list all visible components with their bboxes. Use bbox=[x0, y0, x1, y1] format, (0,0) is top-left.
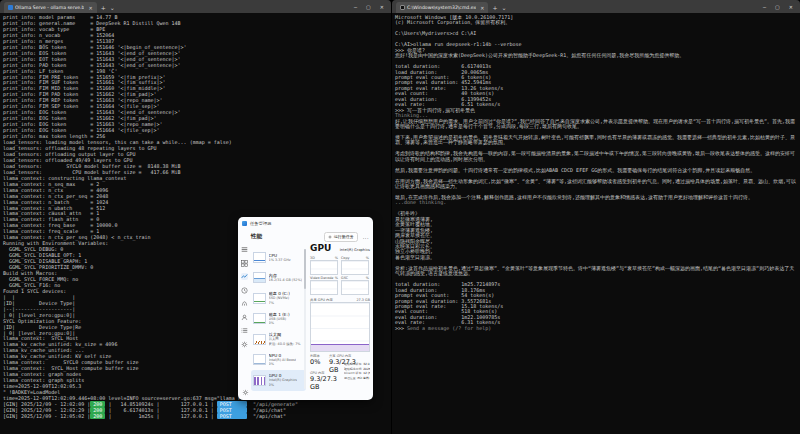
right-terminal-output: Microsoft Windows [版本 10.0.26100.7171](c… bbox=[392, 13, 800, 434]
tab-title: Ollama Serve - ollama serve.b bbox=[15, 5, 84, 10]
terminal-line: 考虑到诗歌的结构和韵律,我会先构思每一联的内容,第一段可能描绘清晨的景象,第二段… bbox=[395, 151, 798, 162]
page-title: 性能 bbox=[251, 233, 262, 241]
sidebar-item-sub: 0% bbox=[269, 362, 297, 366]
sidebar-item-sub: 0% bbox=[269, 383, 298, 387]
sparkline-chart bbox=[253, 375, 266, 386]
sidebar-item-sub: 7% bbox=[269, 301, 290, 305]
sidebar-item-磁盘-0-(c:)[interactable]: 磁盘 0 (C:)SSD (NVMe)7% bbox=[251, 288, 306, 309]
app-history-icon[interactable] bbox=[241, 287, 248, 294]
tab-dropdown-icon[interactable]: ⌄ bbox=[110, 2, 115, 13]
sidebar-scrollbar[interactable] bbox=[304, 249, 306, 389]
task-manager-app-icon bbox=[242, 221, 247, 226]
minimize-icon[interactable]: ─ bbox=[354, 4, 357, 10]
close-icon[interactable]: ✕ bbox=[789, 4, 793, 10]
sidebar-item-gpu-0[interactable]: GPU 0Intel(R) Graphics0% bbox=[251, 370, 306, 391]
terminal-line: 赏析:这首作品描绘初冬景色,通过“晨起微寒”、“金黄落叶”等意象展现季节特色。诗… bbox=[395, 266, 798, 277]
services-icon[interactable] bbox=[241, 341, 248, 348]
hamburger-menu-icon[interactable] bbox=[241, 246, 248, 253]
run-new-task-button[interactable]: 运行新任务 bbox=[324, 232, 358, 242]
sidebar-item-sub: 16.2/31.4 GB (52%) bbox=[269, 278, 303, 282]
startup-apps-icon[interactable] bbox=[241, 300, 248, 307]
tab-title: C:\Windows\system32\cmd.ex bbox=[407, 5, 476, 10]
engine-chart-gsc: GSC% bbox=[341, 275, 369, 295]
more-options-button[interactable]: ... bbox=[363, 234, 369, 240]
terminal-line: 在用词方面,我会选择一些生动形象的词汇,比如“微寒”、“金黄”、“薄雾”等,这些… bbox=[395, 179, 798, 190]
sparkline-chart bbox=[253, 272, 266, 283]
close-tab-icon[interactable]: ✕ bbox=[480, 5, 484, 11]
new-tab-button[interactable]: + bbox=[492, 2, 497, 13]
shared-memory-chart-max: 27.3 GB bbox=[356, 298, 370, 302]
details-icon[interactable] bbox=[241, 327, 248, 334]
gpu-detail-pane: GPU Intel(R) Graphics 3D%Copy%Video Deco… bbox=[310, 243, 370, 400]
task-manager-titlebar: 任务管理器 bbox=[238, 217, 373, 229]
sidebar-item-sub: 0% bbox=[269, 321, 290, 325]
cmd-tab-icon bbox=[400, 5, 405, 10]
gpu-memory-value: 9.3/27.3 GB bbox=[310, 375, 344, 391]
minimize-icon[interactable]: ─ bbox=[763, 4, 766, 10]
terminal-line: 然后,我需要注意押韵的问题。十四行诗通常有一定的韵律模式,比如ABAB CDCD… bbox=[395, 168, 798, 173]
sidebar-item-以太网[interactable]: 以太网以太网发送: 40.0 接收: 7% bbox=[251, 329, 306, 350]
maximize-icon[interactable]: ▢ bbox=[366, 4, 371, 10]
sidebar-item-sub: 发送: 40.0 接收: 7% bbox=[269, 342, 301, 346]
detail-row: 物理位置: PCI 总线 0、设备 2、功能 0 bbox=[344, 376, 370, 381]
gpu-pane-title: GPU bbox=[310, 243, 331, 253]
left-terminal-tabbar: Ollama Serve - ollama serve.b ✕ + ⌄ ─ ▢ … bbox=[0, 0, 391, 13]
sidebar-item-npu-0[interactable]: NPU 0Intel(R) AI Boost0% bbox=[251, 350, 306, 371]
performance-icon[interactable] bbox=[241, 273, 248, 280]
task-manager-window: 任务管理器 性能 运行新任务 ... CPU1% 3.37 GHz内存16.2/… bbox=[238, 217, 373, 400]
tab-dropdown-icon[interactable]: ⌄ bbox=[501, 2, 506, 13]
shared-memory-chart-label: 共享 GPU 内存 bbox=[310, 298, 333, 302]
right-terminal-tabbar: C:\Windows\system32\cmd.ex ✕ + ⌄ ─ ▢ ✕ bbox=[392, 0, 800, 13]
performance-sidebar: CPU1% 3.37 GHz内存16.2/31.4 GB (52%)磁盘 0 (… bbox=[251, 247, 306, 400]
engine-chart-3d: 3D% bbox=[310, 255, 338, 275]
utilization-value: 0% bbox=[310, 358, 328, 366]
sparkline-chart bbox=[253, 293, 266, 304]
terminal-line: 接下来,用户希望描述的是初冬的景色。初冬意味着天气开始转凉,树叶变色,可能有些飘… bbox=[395, 135, 798, 146]
settings-gear-icon[interactable] bbox=[242, 389, 249, 396]
plus-icon bbox=[328, 235, 332, 239]
task-manager-nav-rail bbox=[238, 243, 251, 400]
engine-chart-video-decode: Video Decode% bbox=[310, 275, 338, 295]
window-title: 任务管理器 bbox=[250, 221, 271, 226]
maximize-icon[interactable]: ▢ bbox=[775, 4, 780, 10]
sidebar-item-磁盘-1-(e:)[interactable]: 磁盘 1 (E:)USB (USB)0% bbox=[251, 309, 306, 330]
sparkline-chart bbox=[253, 313, 266, 324]
terminal-line bbox=[3, 420, 389, 426]
sidebar-item-内存[interactable]: 内存16.2/31.4 GB (52%) bbox=[251, 268, 306, 289]
terminal-line: >>> Send a message (/? for help) bbox=[395, 326, 798, 331]
close-tab-icon[interactable]: ✕ bbox=[88, 5, 92, 11]
tab-cmd[interactable]: C:\Windows\system32\cmd.ex ✕ bbox=[396, 2, 488, 13]
new-tab-button[interactable]: + bbox=[101, 2, 106, 13]
terminal-tab-icon bbox=[8, 5, 13, 10]
terminal-line: 好,让我仔细想想用户的需求。用户之前问过“你是谁?”,我已经回答了自己来自深度求… bbox=[395, 119, 798, 130]
close-icon[interactable]: ✕ bbox=[380, 4, 384, 10]
sparkline-chart bbox=[253, 252, 266, 263]
sparkline-chart bbox=[253, 334, 266, 345]
sidebar-item-sub: 1% 3.37 GHz bbox=[269, 258, 291, 262]
sparkline-chart bbox=[253, 354, 266, 365]
memory-usage-band bbox=[311, 344, 369, 351]
processes-icon[interactable] bbox=[241, 260, 248, 267]
sidebar-item-cpu[interactable]: CPU1% 3.37 GHz bbox=[251, 247, 306, 268]
users-icon[interactable] bbox=[241, 314, 248, 321]
terminal-line: 最后,在完成诗作后,我会添加一个注释,解释创作思路,这样用户不仅能欣赏到诗,还能… bbox=[395, 195, 798, 200]
gpu-engine-charts: 3D%Copy%Video Decode%GSC% bbox=[310, 255, 370, 295]
gpu-vendor-label: Intel(R) Graphics bbox=[340, 248, 370, 252]
shared-memory-chart bbox=[310, 302, 370, 352]
gpu-driver-details: 驱动程序版本: 32.0.101.8331驱动程序日期: 2025/11/26D… bbox=[344, 362, 370, 380]
engine-chart-copy: Copy% bbox=[341, 255, 369, 275]
tab-ollama-serve[interactable]: Ollama Serve - ollama serve.b ✕ bbox=[4, 2, 97, 13]
right-terminal-window: C:\Windows\system32\cmd.ex ✕ + ⌄ ─ ▢ ✕ M… bbox=[392, 0, 800, 434]
